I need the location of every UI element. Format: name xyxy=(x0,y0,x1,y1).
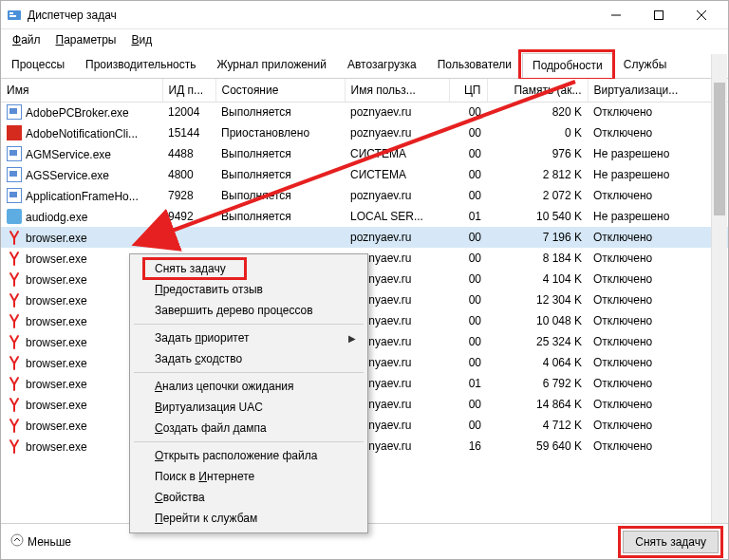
cell-state: Выполняется xyxy=(215,185,345,206)
cell-state: Выполняется xyxy=(215,143,345,164)
cell-user: poznyaev.ru xyxy=(345,227,449,248)
column-header-2[interactable]: Состояние xyxy=(215,79,345,102)
table-row[interactable]: audiodg.exe9492ВыполняетсяLOCAL SER...01… xyxy=(1,206,728,227)
process-name: browser.exe xyxy=(26,440,87,454)
context-menu-item-7[interactable]: Анализ цепочки ожидания xyxy=(132,376,365,397)
fewer-label: Меньше xyxy=(28,535,71,549)
cell-virt: Отключено xyxy=(588,436,728,457)
context-menu-item-9[interactable]: Создать файл дампа xyxy=(132,418,365,439)
context-menu-item-13[interactable]: Свойства xyxy=(132,487,365,508)
column-header-6[interactable]: Виртуализаци... xyxy=(588,79,728,102)
window-title: Диспетчер задач xyxy=(28,9,594,22)
cell-mem: 59 640 K xyxy=(487,436,588,457)
tab-4[interactable]: Пользователи xyxy=(427,52,522,78)
menu-файл[interactable]: Файл xyxy=(5,30,48,49)
cell-virt: Отключено xyxy=(588,289,728,310)
cell-pid: 7928 xyxy=(162,185,215,206)
cell-state xyxy=(215,227,345,248)
context-menu-item-0[interactable]: Снять задачу xyxy=(132,258,365,279)
cell-cpu: 00 xyxy=(449,289,487,310)
cell-cpu: 00 xyxy=(449,122,487,143)
table-row[interactable]: AdobeNotificationCli...15144Приостановле… xyxy=(1,122,728,143)
context-menu-item-4[interactable]: Задать приоритет▶ xyxy=(132,327,365,348)
cell-mem: 7 196 K xyxy=(487,227,588,248)
cell-cpu: 01 xyxy=(449,373,487,394)
column-header-4[interactable]: ЦП xyxy=(449,79,487,102)
menu-параметры[interactable]: Параметры xyxy=(48,30,124,49)
svg-point-7 xyxy=(11,534,23,546)
process-icon xyxy=(7,167,22,182)
process-name: browser.exe xyxy=(26,252,87,266)
cell-pid: 9492 xyxy=(162,206,215,227)
cell-mem: 0 K xyxy=(487,122,588,143)
column-header-3[interactable]: Имя польз... xyxy=(345,79,449,102)
context-menu-item-2[interactable]: Завершить дерево процессов xyxy=(132,300,365,321)
cell-virt: Отключено xyxy=(588,122,728,143)
column-header-5[interactable]: Память (ак... xyxy=(487,79,588,102)
cell-user: poznyaev.ru xyxy=(345,102,449,122)
tab-5[interactable]: Подробности xyxy=(522,53,613,79)
process-name: browser.exe xyxy=(26,273,87,287)
tab-1[interactable]: Производительность xyxy=(75,52,206,78)
cell-pid: 4800 xyxy=(162,164,215,185)
context-menu-item-14[interactable]: Перейти к службам xyxy=(132,508,365,529)
column-header-1[interactable]: ИД п... xyxy=(162,79,215,102)
maximize-button[interactable] xyxy=(637,2,680,28)
cell-mem: 25 324 K xyxy=(487,331,588,352)
process-name: browser.exe xyxy=(26,357,87,370)
cell-state: Выполняется xyxy=(215,206,345,227)
tab-0[interactable]: Процессы xyxy=(1,52,75,78)
cell-mem: 14 864 K xyxy=(487,394,588,415)
context-menu-separator xyxy=(134,441,364,442)
cell-state: Выполняется xyxy=(215,102,345,122)
table-row[interactable]: AGSService.exe4800ВыполняетсяСИСТЕМА002 … xyxy=(1,164,728,185)
svg-rect-2 xyxy=(9,15,16,17)
table-row[interactable]: AGMService.exe4488ВыполняетсяСИСТЕМА0097… xyxy=(1,143,728,164)
yandex-icon xyxy=(7,230,22,245)
yandex-icon xyxy=(7,418,22,433)
vertical-scrollbar[interactable] xyxy=(711,54,727,523)
cell-state: Выполняется xyxy=(215,164,345,185)
process-icon xyxy=(7,104,22,120)
cell-mem: 8 184 K xyxy=(487,248,588,269)
process-icon xyxy=(7,125,22,140)
fewer-details-button[interactable]: Меньше xyxy=(10,533,71,550)
yandex-icon xyxy=(7,251,22,266)
yandex-icon xyxy=(7,439,22,454)
end-task-button[interactable]: Снять задачу xyxy=(623,531,719,553)
cell-user: СИСТЕМА xyxy=(345,143,449,164)
context-menu-item-5[interactable]: Задать сходство xyxy=(132,348,365,369)
menu-bar: ФайлПараметрыВид xyxy=(1,29,728,50)
svg-rect-4 xyxy=(654,10,663,19)
context-menu-item-12[interactable]: Поиск в Интернете xyxy=(132,466,365,487)
menu-вид[interactable]: Вид xyxy=(123,30,159,49)
process-name: ApplicationFrameHo... xyxy=(26,190,139,203)
close-button[interactable] xyxy=(680,2,722,28)
cell-cpu: 00 xyxy=(449,102,487,122)
table-row[interactable]: browser.exepoznyaev.ru007 196 KОтключено xyxy=(1,227,728,248)
context-menu-item-11[interactable]: Открыть расположение файла xyxy=(132,445,365,466)
cell-cpu: 00 xyxy=(449,248,487,269)
table-row[interactable]: AdobePCBroker.exe12004Выполняетсяpoznyae… xyxy=(1,102,728,122)
yandex-icon xyxy=(7,334,22,349)
cell-cpu: 01 xyxy=(449,206,487,227)
tab-2[interactable]: Журнал приложений xyxy=(207,52,337,78)
cell-mem: 10 540 K xyxy=(487,206,588,227)
column-header-0[interactable]: Имя xyxy=(1,79,162,102)
table-row[interactable]: ApplicationFrameHo...7928Выполняетсяpozn… xyxy=(1,185,728,206)
context-menu-item-8[interactable]: Виртуализация UAC xyxy=(132,397,365,418)
cell-virt: Отключено xyxy=(588,394,728,415)
cell-cpu: 00 xyxy=(449,143,487,164)
context-menu-item-1[interactable]: Предоставить отзыв xyxy=(132,279,365,300)
tab-3[interactable]: Автозагрузка xyxy=(337,52,427,78)
cell-mem: 976 K xyxy=(487,143,588,164)
minimize-button[interactable] xyxy=(594,2,637,28)
scrollbar-thumb[interactable] xyxy=(714,83,725,215)
process-name: browser.exe xyxy=(26,232,87,245)
cell-virt: Отключено xyxy=(588,269,728,289)
cell-cpu: 00 xyxy=(449,164,487,185)
tab-6[interactable]: Службы xyxy=(613,52,677,78)
cell-user: poznyaev.ru xyxy=(345,122,449,143)
context-menu: Снять задачуПредоставить отзывЗавершить … xyxy=(129,253,368,533)
cell-virt: Отключено xyxy=(588,415,728,436)
